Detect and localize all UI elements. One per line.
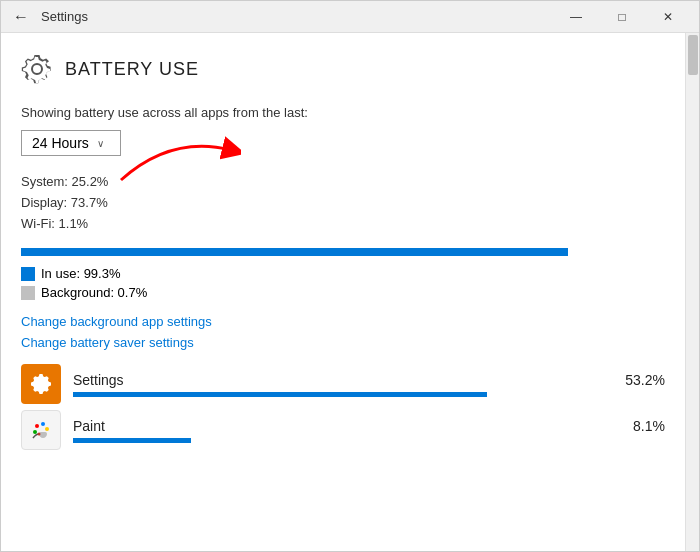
- settings-app-name: Settings: [73, 372, 124, 388]
- progress-section: In use: 99.3% Background: 0.7%: [21, 248, 665, 300]
- background-label: Background: 0.7%: [41, 285, 147, 300]
- paint-app-name: Paint: [73, 418, 105, 434]
- subtitle: Showing battery use across all apps from…: [21, 105, 665, 120]
- time-period-dropdown-container: 24 Hours ∨: [21, 130, 121, 156]
- paint-app-icon: [21, 410, 61, 450]
- app-list: Settings 53.2%: [21, 364, 665, 450]
- annotation-arrow: [111, 125, 241, 185]
- paint-app-percent: 8.1%: [633, 418, 665, 434]
- in-use-color: [21, 267, 35, 281]
- back-button[interactable]: ←: [9, 5, 33, 29]
- settings-app-bar: [73, 392, 487, 397]
- scrollbar-thumb[interactable]: [688, 35, 698, 75]
- app-item-paint: Paint 8.1%: [21, 410, 665, 450]
- svg-point-0: [35, 424, 39, 428]
- main-content: BATTERY USE Showing battery use across a…: [1, 33, 685, 551]
- wifi-stat: Wi-Fi: 1.1%: [21, 214, 665, 235]
- window-controls: — □ ✕: [553, 1, 691, 33]
- link-section: Change background app settings Change ba…: [21, 314, 665, 350]
- change-battery-saver-settings-link[interactable]: Change battery saver settings: [21, 335, 665, 350]
- minimize-button[interactable]: —: [553, 1, 599, 33]
- close-button[interactable]: ✕: [645, 1, 691, 33]
- settings-app-name-row: Settings 53.2%: [73, 372, 665, 388]
- title-bar: ← Settings — □ ✕: [1, 1, 699, 33]
- gear-icon: [21, 53, 53, 85]
- settings-app-icon: [21, 364, 61, 404]
- maximize-button[interactable]: □: [599, 1, 645, 33]
- svg-point-2: [45, 427, 49, 431]
- svg-point-4: [38, 433, 41, 436]
- paint-app-info: Paint 8.1%: [73, 418, 665, 443]
- time-period-dropdown[interactable]: 24 Hours ∨: [21, 130, 121, 156]
- window: ← Settings — □ ✕ BATTERY USE Showing bat…: [0, 0, 700, 552]
- background-legend: Background: 0.7%: [21, 285, 665, 300]
- chevron-down-icon: ∨: [97, 138, 104, 149]
- in-use-label: In use: 99.3%: [41, 266, 121, 281]
- app-item-settings: Settings 53.2%: [21, 364, 665, 404]
- content-wrapper: BATTERY USE Showing battery use across a…: [1, 33, 699, 551]
- svg-point-3: [33, 430, 37, 434]
- svg-point-1: [41, 422, 45, 426]
- dropdown-value: 24 Hours: [32, 135, 89, 151]
- background-color: [21, 286, 35, 300]
- page-title: BATTERY USE: [65, 59, 199, 80]
- page-header: BATTERY USE: [21, 53, 665, 85]
- scrollbar-track[interactable]: [685, 33, 699, 551]
- window-title: Settings: [41, 9, 553, 24]
- settings-app-percent: 53.2%: [625, 372, 665, 388]
- paint-app-name-row: Paint 8.1%: [73, 418, 665, 434]
- settings-app-info: Settings 53.2%: [73, 372, 665, 397]
- in-use-legend: In use: 99.3%: [21, 266, 665, 281]
- display-stat: Display: 73.7%: [21, 193, 665, 214]
- paint-app-bar: [73, 438, 191, 443]
- usage-progress-bar: [21, 248, 568, 256]
- change-background-app-settings-link[interactable]: Change background app settings: [21, 314, 665, 329]
